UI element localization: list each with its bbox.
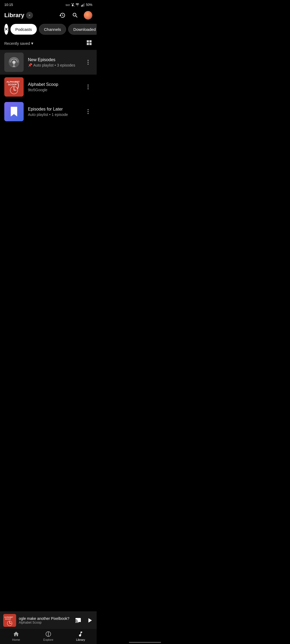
list-item[interactable]: Episodes for Later Auto playlist • 1 epi… [0,99,97,124]
sort-label: Recently saved [4,41,30,46]
svg-point-20 [88,86,89,87]
episodes-later-sub: Auto playlist • 1 episode [28,112,79,117]
sort-chevron-icon: ▾ [31,41,33,46]
clear-filter-button[interactable]: ✕ [4,24,8,35]
svg-point-21 [88,88,89,89]
svg-rect-3 [82,5,82,6]
library-dropdown-button[interactable] [26,12,33,19]
chevron-down-icon [28,13,31,17]
more-icon [88,85,89,89]
sos-icon: SOS [66,3,70,7]
svg-text:SOS: SOS [66,4,70,6]
svg-point-7 [12,61,16,64]
alphabet-scoop-thumb: ALPHABET SCOOP [4,77,24,97]
alphabet-scoop-title: Alphabet Scoop [28,82,79,87]
new-episodes-thumb [4,53,24,72]
status-bar: 10:15 SOS 50% [0,0,97,8]
new-episodes-title: New Episodes [28,57,79,62]
more-icon [88,109,89,114]
podcasts-filter-chip[interactable]: Podcasts [10,24,37,35]
new-episodes-sub: 📌 Auto playlist • 3 episodes [28,63,79,67]
svg-point-24 [88,111,89,112]
new-episodes-more-button[interactable] [84,58,92,67]
grid-icon [86,39,92,46]
episodes-later-more-button[interactable] [84,107,92,116]
svg-point-11 [88,62,89,63]
status-icons: SOS 50% [66,3,92,7]
episodes-later-info: Episodes for Later Auto playlist • 1 epi… [28,107,79,117]
svg-rect-5 [84,3,84,6]
search-button[interactable] [71,11,79,20]
podcast-signal-icon [8,56,20,68]
header: Library [0,8,97,22]
channels-filter-chip[interactable]: Channels [39,24,66,35]
list-item[interactable]: ALPHABET SCOOP Alphabet Scoop 9to5Google [0,75,97,99]
svg-point-12 [88,64,89,65]
history-button[interactable] [58,11,67,20]
alphabet-scoop-sub: 9to5Google [28,88,79,92]
sort-button[interactable]: Recently saved ▾ [4,41,33,46]
header-icons [58,11,92,20]
pin-icon: 📌 [28,63,32,67]
alphabet-thumb-svg: ALPHABET SCOOP [4,77,24,97]
svg-rect-4 [83,4,84,6]
signal-icon [81,3,85,7]
sort-row: Recently saved ▾ [0,38,97,50]
svg-rect-2 [81,5,82,6]
svg-point-10 [88,60,89,61]
downloaded-filter-chip[interactable]: Downloaded [68,24,97,35]
bookmark-thumb-svg [4,102,24,121]
history-icon [59,12,66,19]
avatar[interactable] [84,11,92,20]
search-icon [72,12,78,19]
page-title: Library [4,12,24,19]
status-time: 10:15 [4,3,13,7]
header-left: Library [4,12,33,19]
episodes-later-thumb [4,102,24,121]
svg-point-19 [88,85,89,86]
svg-text:SCOOP: SCOOP [8,83,17,86]
alphabet-scoop-more-button[interactable] [84,83,92,91]
mute-icon [71,3,75,7]
new-episodes-info: New Episodes 📌 Auto playlist • 3 episode… [28,57,79,67]
library-list: New Episodes 📌 Auto playlist • 3 episode… [0,50,97,124]
alphabet-scoop-info: Alphabet Scoop 9to5Google [28,82,79,92]
episodes-later-title: Episodes for Later [28,107,79,112]
filter-row: ✕ Podcasts Channels Downloaded [0,22,97,38]
battery-status: 50% [86,3,92,7]
svg-point-23 [88,109,89,110]
grid-view-button[interactable] [86,39,92,47]
wifi-icon [76,3,80,6]
list-item[interactable]: New Episodes 📌 Auto playlist • 3 episode… [0,50,97,75]
svg-point-25 [88,113,89,114]
more-icon [88,60,89,65]
